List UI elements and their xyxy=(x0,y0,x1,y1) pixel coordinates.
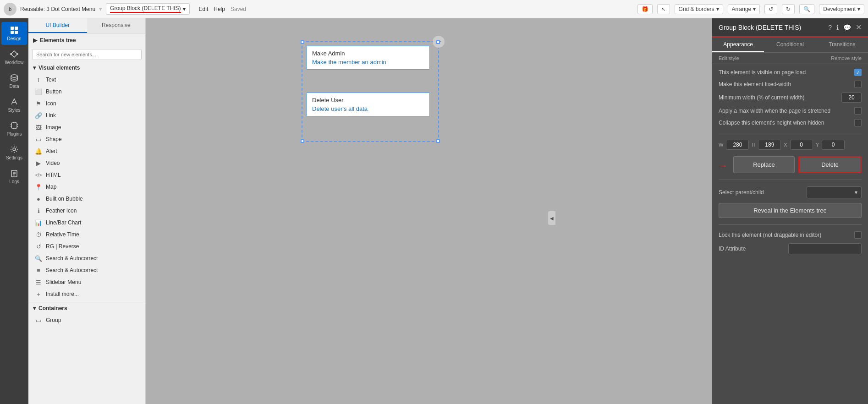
search-autocorrect-2-label: Search & Autocorrect xyxy=(46,267,98,273)
canvas-card-2[interactable]: Delete User Delete user's all data xyxy=(306,93,430,116)
element-install-more[interactable]: + Install more... xyxy=(28,288,145,300)
element-feather-icon[interactable]: ℹ Feather Icon xyxy=(28,205,145,217)
visible-on-load-checkbox[interactable]: ✓ xyxy=(854,69,862,76)
sidebar-item-plugins[interactable]: Plugins xyxy=(1,117,27,140)
image-icon: 🖼 xyxy=(35,124,42,131)
id-attribute-input[interactable] xyxy=(788,243,862,254)
fixed-width-checkbox[interactable] xyxy=(854,81,862,88)
h-input[interactable] xyxy=(758,140,781,150)
handle-tl xyxy=(301,40,304,44)
grid-borders-btn[interactable]: Grid & borders ▾ xyxy=(675,4,723,14)
element-search-autocorrect-1[interactable]: 🔍 Search & Autocorrect xyxy=(28,252,145,264)
app-logo: b xyxy=(4,3,16,16)
tree-chevron-icon: ▶ xyxy=(33,37,37,44)
relative-time-icon: ⏱ xyxy=(35,231,42,238)
canvas-card-1[interactable]: Make Admin Make the member an admin xyxy=(306,46,430,70)
element-image[interactable]: 🖼 Image xyxy=(28,121,145,133)
help-icon[interactable]: ? xyxy=(828,24,832,31)
element-slidebar-menu[interactable]: ☰ Slidebar Menu xyxy=(28,276,145,288)
info-icon[interactable]: ℹ xyxy=(836,24,839,31)
elements-tree-header[interactable]: ▶ Elements tree xyxy=(28,33,145,47)
element-rg-reverse[interactable]: ↺ RG | Reverse xyxy=(28,240,145,252)
min-width-input[interactable] xyxy=(841,93,862,103)
divider-2 xyxy=(719,180,862,180)
tab-appearance[interactable]: Appearance xyxy=(712,38,764,52)
delete-button[interactable]: Delete xyxy=(798,156,862,173)
rg-reverse-icon: ↺ xyxy=(35,243,42,250)
element-text[interactable]: T Text xyxy=(28,74,145,86)
select-parent-chevron: ▾ xyxy=(855,189,857,196)
sidebar-item-workflow[interactable]: Workflow xyxy=(1,46,27,69)
element-built-on-bubble[interactable]: ● Built on Bubble xyxy=(28,193,145,205)
svg-point-8 xyxy=(13,148,16,151)
sidebar-item-styles[interactable]: Styles xyxy=(1,93,27,116)
element-shape[interactable]: ▭ Shape xyxy=(28,133,145,145)
element-relative-time[interactable]: ⏱ Relative Time xyxy=(28,229,145,240)
select-parent-dropdown[interactable]: ▾ xyxy=(807,186,862,198)
element-line-bar-chart[interactable]: 📊 Line/Bar Chart xyxy=(28,217,145,229)
undo-btn[interactable]: ↺ xyxy=(764,4,777,14)
max-width-row: Apply a max width when the page is stret… xyxy=(719,107,862,115)
sidebar-item-logs[interactable]: Logs xyxy=(1,165,27,188)
sidebar-item-data[interactable]: Data xyxy=(1,70,27,93)
tab-conditional[interactable]: Conditional xyxy=(764,38,816,52)
element-icon[interactable]: ⚑ Icon xyxy=(28,98,145,109)
development-btn[interactable]: Development ▾ xyxy=(819,4,864,14)
element-alert[interactable]: 🔔 Alert xyxy=(28,145,145,157)
svg-rect-3 xyxy=(15,31,18,34)
styles-label: Styles xyxy=(8,108,20,113)
tab-responsive[interactable]: Responsive xyxy=(87,18,146,33)
card2-action[interactable]: Delete user's all data xyxy=(312,105,424,112)
panel-tabs: UI Builder Responsive xyxy=(28,18,145,33)
min-width-row: Minimum width (% of current width) xyxy=(719,93,862,103)
tab-transitions[interactable]: Transitions xyxy=(816,38,868,52)
visual-elements-header[interactable]: ▾ Visual elements xyxy=(28,62,145,74)
gift-icon-btn[interactable]: 🎁 xyxy=(637,4,653,14)
svg-point-4 xyxy=(10,53,12,55)
collapse-panel-btn[interactable]: ◀ xyxy=(548,211,555,225)
canvas-group-wrapper[interactable]: ✏ Make Admin Make the member an admin De… xyxy=(302,41,439,142)
page-selector[interactable]: Group Block (DELETE THIS) ▾ xyxy=(106,3,190,15)
card1-action[interactable]: Make the member an admin xyxy=(312,59,424,66)
reveal-button[interactable]: Reveal in the Elements tree xyxy=(719,203,862,218)
element-html[interactable]: </> HTML xyxy=(28,169,145,181)
search-btn[interactable]: 🔍 xyxy=(799,4,814,14)
tab-ui-builder[interactable]: UI Builder xyxy=(28,18,87,33)
max-width-checkbox[interactable] xyxy=(854,107,862,115)
settings-label: Settings xyxy=(6,155,22,160)
replace-button[interactable]: Replace xyxy=(733,156,795,173)
chart-icon: 📊 xyxy=(35,219,42,226)
element-group[interactable]: ▭ Group xyxy=(28,314,145,326)
arrange-btn[interactable]: Arrange ▾ xyxy=(728,4,760,14)
remove-style-btn[interactable]: Remove style xyxy=(831,55,862,61)
y-input[interactable] xyxy=(822,140,845,150)
element-map[interactable]: 📍 Map xyxy=(28,181,145,193)
cursor-icon-btn[interactable]: ↖ xyxy=(657,4,670,14)
comment-icon[interactable]: 💬 xyxy=(843,24,851,31)
text-label: Text xyxy=(46,76,56,83)
close-icon[interactable]: ✕ xyxy=(856,23,862,32)
element-video[interactable]: ▶ Video xyxy=(28,157,145,169)
edit-style-btn[interactable]: Edit style xyxy=(719,55,739,61)
element-search-input[interactable] xyxy=(32,49,142,60)
shape-label: Shape xyxy=(46,136,62,142)
collapse-height-checkbox[interactable] xyxy=(854,119,862,126)
element-link[interactable]: 🔗 Link xyxy=(28,109,145,121)
sidebar-item-settings[interactable]: Settings xyxy=(1,141,27,164)
element-search-autocorrect-2[interactable]: ≡ Search & Autocorrect xyxy=(28,264,145,276)
containers-header[interactable]: ▾ Containers xyxy=(28,302,145,314)
lock-checkbox[interactable] xyxy=(854,231,862,239)
x-input[interactable] xyxy=(790,140,813,150)
saved-status: Saved xyxy=(231,6,246,12)
style-subtabs: Edit style Remove style xyxy=(712,53,868,64)
element-button[interactable]: ⬜ Button xyxy=(28,86,145,98)
sidebar-item-design[interactable]: Design xyxy=(1,22,27,45)
containers-label: Containers xyxy=(38,305,67,311)
redo-btn[interactable]: ↻ xyxy=(782,4,795,14)
help-menu[interactable]: Help xyxy=(214,6,225,12)
slidebar-menu-label: Slidebar Menu xyxy=(46,279,81,285)
w-input[interactable] xyxy=(726,140,749,150)
card2-label: Delete User xyxy=(312,97,424,105)
canvas-area[interactable]: ✏ Make Admin Make the member an admin De… xyxy=(146,18,712,404)
edit-menu[interactable]: Edit xyxy=(199,6,209,12)
